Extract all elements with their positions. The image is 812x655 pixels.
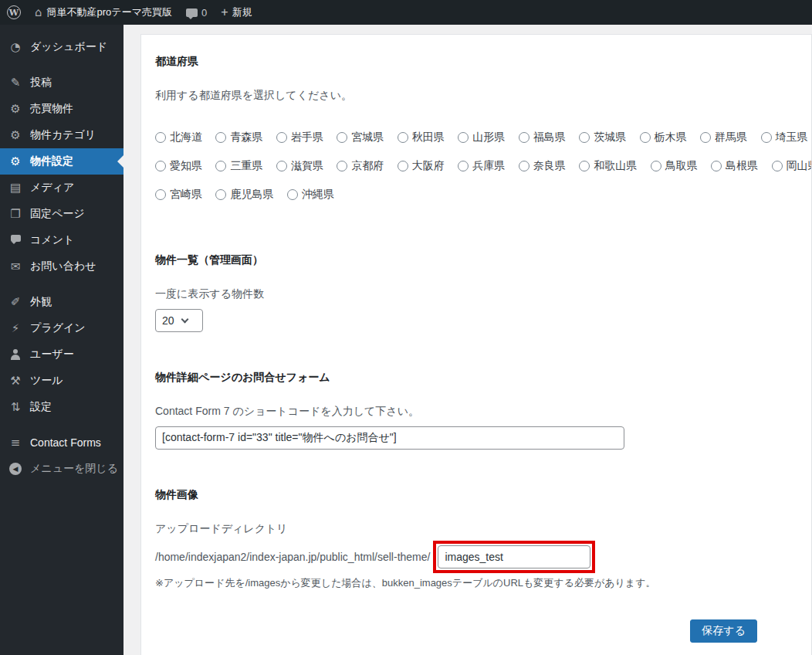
prefecture-option[interactable]: 茨城県 — [579, 131, 626, 144]
new-content-link[interactable]: + 新規 — [214, 0, 259, 25]
prefecture-checkbox[interactable] — [458, 132, 469, 143]
prefecture-option[interactable]: 奈良県 — [519, 159, 566, 173]
prefecture-option[interactable]: 島根県 — [711, 159, 758, 173]
prefecture-checkbox[interactable] — [398, 161, 408, 171]
prefecture-checkbox[interactable] — [398, 132, 408, 143]
prefecture-checkbox[interactable] — [215, 161, 226, 171]
prefecture-option[interactable]: 秋田県 — [398, 131, 445, 144]
gear-icon: ⚙ — [8, 128, 23, 142]
content-area: 都道府県 利用する都道府県を選択してください。 北海道 青森県 — [123, 25, 812, 655]
sidebar-item-label: 固定ページ — [30, 207, 85, 221]
prefecture-option[interactable]: 埼玉県 — [761, 131, 808, 144]
settings-icon: ⇅ — [8, 400, 23, 414]
prefecture-label: 愛知県 — [170, 159, 202, 173]
sidebar-item-label: 設定 — [30, 400, 52, 414]
sidebar-item[interactable]: ◀ メニューを閉じる — [0, 456, 123, 482]
prefecture-checkbox[interactable] — [640, 132, 651, 143]
prefecture-checkbox[interactable] — [337, 132, 347, 143]
prefecture-option[interactable]: 京都府 — [337, 159, 384, 173]
sidebar-item[interactable]: ❐ 固定ページ — [0, 201, 123, 227]
settings-panel: 都道府県 利用する都道府県を選択してください。 北海道 青森県 — [140, 34, 812, 655]
prefecture-checkbox[interactable] — [711, 161, 722, 171]
prefecture-checkbox[interactable] — [772, 161, 783, 171]
prefecture-checkbox[interactable] — [761, 132, 772, 143]
prefecture-label: 鳥取県 — [665, 159, 698, 173]
prefecture-checkbox[interactable] — [215, 189, 226, 200]
admin-sidebar: ◔ ダッシュボード ✎ 投稿 ⚙ 売買物件 ⚙ 物件カテゴリ ⚙ 物件設定 ▤ … — [0, 25, 123, 655]
comment-bubble-icon — [186, 8, 198, 17]
sidebar-item[interactable]: ⚡ プラグイン — [0, 315, 123, 341]
sidebar-item[interactable]: ユーザー — [0, 341, 123, 368]
prefecture-option[interactable]: 鹿児島県 — [215, 188, 273, 202]
sidebar-item-label: ツール — [30, 374, 63, 388]
prefecture-option[interactable]: 鳥取県 — [651, 159, 698, 173]
prefecture-label: 秋田県 — [412, 131, 445, 144]
prefecture-option[interactable]: 和歌山県 — [579, 159, 637, 173]
prefecture-option[interactable]: 青森県 — [215, 131, 262, 144]
prefecture-option[interactable]: 岩手県 — [276, 131, 323, 144]
collapse-icon: ◀ — [9, 463, 22, 475]
upload-directory-input[interactable] — [438, 545, 590, 568]
prefecture-checkbox[interactable] — [155, 132, 166, 143]
sidebar-item[interactable]: ✐ 外観 — [0, 289, 123, 315]
prefecture-option[interactable]: 愛知県 — [155, 159, 202, 173]
prefecture-checkbox[interactable] — [337, 161, 347, 171]
prefecture-label: 栃木県 — [655, 131, 687, 144]
prefecture-option[interactable]: 岡山県 — [772, 159, 812, 173]
plus-icon: + — [221, 5, 228, 19]
prefecture-checkbox[interactable] — [519, 161, 529, 171]
contact-form-heading: 物件詳細ページのお問合せフォーム — [155, 371, 811, 385]
wp-logo-menu[interactable]: W — [0, 0, 28, 25]
sidebar-item-label: メニューを閉じる — [30, 462, 118, 476]
sidebar-item[interactable]: ✎ 投稿 — [0, 70, 123, 96]
prefecture-checkbox[interactable] — [519, 132, 529, 143]
comment-count: 0 — [201, 7, 207, 19]
sidebar-item[interactable]: ⚙ 売買物件 — [0, 96, 123, 122]
prefecture-checkbox[interactable] — [155, 161, 166, 171]
prefecture-checkbox[interactable] — [215, 132, 226, 143]
sidebar-item[interactable]: ▤ メディア — [0, 175, 123, 201]
prefecture-checkbox[interactable] — [579, 132, 590, 143]
sidebar-item[interactable]: ⇅ 設定 — [0, 394, 123, 420]
site-link[interactable]: ⌂ 簡単不動産proテーマ売買版 — [28, 0, 179, 25]
prefecture-option[interactable]: 宮城県 — [337, 131, 384, 144]
prefecture-label: 宮城県 — [351, 131, 384, 144]
chevron-down-icon — [181, 315, 188, 323]
admin-bar: W ⌂ 簡単不動産proテーマ売買版 0 + 新規 — [0, 0, 812, 25]
save-button[interactable]: 保存する — [690, 619, 757, 643]
highlight-annotation — [433, 541, 595, 573]
prefecture-checkbox[interactable] — [155, 189, 166, 200]
sidebar-item[interactable]: ⚒ ツール — [0, 368, 123, 394]
prefecture-option[interactable]: 大阪府 — [398, 159, 445, 173]
prefecture-option[interactable]: 宮崎県 — [155, 188, 202, 202]
sidebar-item-label: 物件設定 — [30, 154, 73, 168]
prefecture-checkbox[interactable] — [651, 161, 661, 171]
prefectures-heading: 都道府県 — [155, 55, 811, 69]
prefecture-checkbox[interactable] — [276, 161, 287, 171]
prefecture-checkbox[interactable] — [579, 161, 590, 171]
prefecture-option[interactable]: 群馬県 — [700, 131, 747, 144]
prefecture-label: 滋賀県 — [291, 159, 323, 173]
prefecture-option[interactable]: 山形県 — [458, 131, 505, 144]
prefecture-option[interactable]: 北海道 — [155, 131, 202, 144]
sidebar-item[interactable]: コメント — [0, 227, 123, 253]
prefecture-option[interactable]: 栃木県 — [640, 131, 687, 144]
comments-link[interactable]: 0 — [179, 0, 214, 25]
prefecture-option[interactable]: 福島県 — [519, 131, 566, 144]
sidebar-item[interactable]: ✉ お問い合わせ — [0, 253, 123, 280]
prefecture-checkbox[interactable] — [276, 132, 287, 143]
prefecture-checkbox[interactable] — [458, 161, 469, 171]
sidebar-item[interactable]: ≡ Contact Forms — [0, 429, 123, 456]
prefecture-checkbox[interactable] — [287, 189, 298, 200]
prefecture-option[interactable]: 三重県 — [215, 159, 262, 173]
sidebar-item-label: ダッシュボード — [30, 40, 107, 54]
items-per-page-select[interactable]: 20 — [155, 309, 203, 332]
prefecture-option[interactable]: 沖縄県 — [287, 188, 334, 202]
prefecture-checkbox[interactable] — [700, 132, 711, 143]
sidebar-item[interactable]: ◔ ダッシュボード — [0, 34, 123, 60]
sidebar-item[interactable]: ⚙ 物件設定 — [0, 148, 123, 175]
shortcode-input[interactable] — [155, 426, 624, 450]
prefecture-option[interactable]: 滋賀県 — [276, 159, 323, 173]
prefecture-option[interactable]: 兵庫県 — [458, 159, 505, 173]
sidebar-item[interactable]: ⚙ 物件カテゴリ — [0, 122, 123, 148]
